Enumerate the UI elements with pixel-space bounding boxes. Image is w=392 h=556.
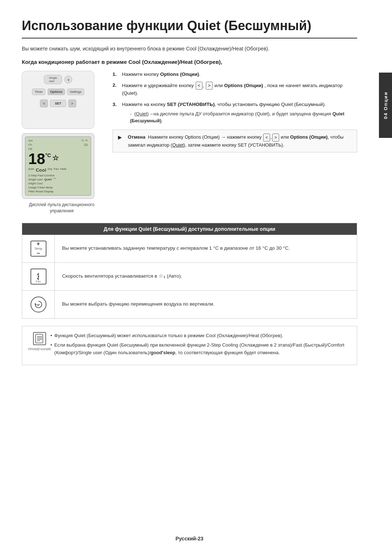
triangle-icon: ▶ — [118, 134, 122, 141]
mode-cool: Cool — [36, 167, 46, 173]
page-subtitle: Вы можете снижать шум, исходящий из внут… — [22, 46, 357, 52]
note-bullet-2: Если выбрана функция Quiet (Бесшумный) п… — [50, 342, 350, 357]
note-section: ПРИМЕЧАНИЕ Функция Quiet (Бесшумный) мож… — [22, 326, 357, 365]
feature-usage: Usage Clean Beep — [28, 186, 53, 189]
single-user-btn: Singleuser — [44, 75, 62, 84]
left-column: Singleuser ∨ Timer Options Settings < SE… — [22, 71, 102, 214]
svg-rect-5 — [36, 334, 43, 343]
arrow-right-key2: > — [272, 134, 279, 142]
steps-list: Нажмите кнопку Options (Опции). Нажмите … — [113, 71, 357, 124]
airflow-icon — [30, 297, 46, 312]
temp-icon-cell: + Temp − — [22, 235, 55, 262]
step-1: Нажмите кнопку Options (Опции). — [113, 71, 357, 78]
step-3: Нажмите на кнопку SET (УСТАНОВИТЬ), чтоб… — [113, 101, 357, 124]
step-2: Нажмите и удерживайте кнопку <, > или Op… — [113, 82, 357, 97]
temp-option-text: Вы можете устанавливать заданную темпера… — [55, 240, 357, 257]
image-caption: Дисплей пульта дистанционного управления — [22, 202, 102, 214]
options-row-airflow: Вы можете выбрать функцию перемещения во… — [22, 291, 357, 318]
options-row-temp: + Temp − Вы можете устанавливать заданну… — [22, 235, 357, 263]
display-temperature: 18 °C ☆ — [28, 151, 88, 167]
right-column: Нажмите кнопку Options (Опции). Нажмите … — [113, 71, 357, 214]
feature-dots: °°° — [53, 178, 56, 181]
chevron-down-btn: ∨ — [64, 75, 72, 83]
mode-fan: Fan — [54, 167, 59, 173]
arrow-left-key2: < — [263, 134, 270, 142]
step-3-text: Нажмите на кнопку SET (УСТАНОВИТЬ), чтоб… — [122, 101, 357, 124]
temp-unit: °C — [45, 153, 51, 158]
step-2-text: Нажмите и удерживайте кнопку <, > или Op… — [122, 82, 357, 97]
feature-quiet: Quiet — [44, 178, 52, 181]
on-label: On — [28, 143, 32, 147]
main-content: Использование функции Quiet (Бесшумный) … — [0, 0, 379, 556]
arrow-right-btn: > — [68, 99, 76, 107]
sidebar-tab: 04 Опции — [379, 73, 392, 138]
note-icon-column: ПРИМЕЧАНИЕ — [29, 332, 50, 351]
timer-btn: Timer — [32, 89, 45, 95]
airflow-option-text: Вы можете выбрать функцию перемещения во… — [55, 295, 357, 313]
settings-btn: Settings — [67, 89, 84, 95]
otmena-content: Отмена Нажмите кнопку Options (Опции) → … — [128, 134, 352, 149]
note-bullet-2-text: Если выбрана функция Quiet (Бесшумный) п… — [54, 342, 350, 357]
note-bullet-1: Функция Quiet (Бесшумный) может использо… — [50, 332, 350, 340]
options-table-header: Для функции Quiet (Бесшумный) доступны д… — [22, 223, 357, 235]
remote-display-image: Set °C °F On :20 Off 18 °C — [22, 133, 94, 199]
arrow-right-key: > — [206, 82, 213, 90]
note-svg — [34, 334, 45, 344]
airflow-svg — [33, 299, 44, 310]
page-number: Русский-23 — [176, 536, 204, 541]
fan-icon-cell: Fan — [22, 263, 55, 290]
otmena-box: ▶ Отмена Нажмите кнопку Options (Опции) … — [113, 130, 357, 153]
note-text: Функция Quiet (Бесшумный) может использо… — [50, 332, 350, 359]
sidebar-tab-label: 04 Опции — [383, 91, 388, 119]
mode-auto: Auto — [28, 167, 34, 173]
set-label: Set — [28, 139, 33, 142]
arrow-left-key: < — [196, 82, 203, 90]
fan-icon: Fan — [30, 269, 46, 285]
mode-heat: Heat — [60, 167, 66, 173]
feature-filter: Filter Reset Display — [28, 190, 53, 193]
section-heading: Когда кондиционер работает в режиме Cool… — [22, 59, 357, 65]
svg-point-2 — [38, 276, 39, 277]
feature-single: Single user — [28, 178, 43, 181]
page-title: Использование функции Quiet (Бесшумный) — [22, 18, 357, 38]
fan-option-text: Скорость вентилятора устанавливается в ☆… — [55, 267, 357, 285]
content-row: Singleuser ∨ Timer Options Settings < SE… — [22, 71, 357, 214]
temp-icon: + Temp − — [30, 241, 46, 257]
minus-sign: − — [37, 250, 40, 256]
step-1-text: Нажмите кнопку Options (Опции). — [122, 71, 357, 78]
options-btn: Options — [48, 89, 65, 95]
note-icon — [33, 332, 46, 345]
otmena-label: Отмена — [128, 134, 145, 140]
options-row-fan: Fan Скорость вентилятора устанавливается… — [22, 263, 357, 291]
mode-dry: Dry — [48, 167, 52, 173]
step-3-note: - (Quiet)→на дисплее пульта ДУ отобразит… — [130, 110, 357, 124]
note-bullet-1-text: Функция Quiet (Бесшумный) может использо… — [54, 332, 283, 340]
note-caption: ПРИМЕЧАНИЕ — [28, 347, 51, 351]
arrow-left-btn: < — [40, 99, 48, 107]
time-label: :20 — [83, 143, 88, 147]
temp-unit-top: °C °F — [81, 139, 88, 142]
remote-top-image: Singleuser ∨ Timer Options Settings < SE… — [22, 71, 94, 129]
plus-sign: + — [37, 241, 40, 247]
set-btn: SET — [50, 100, 66, 107]
airflow-icon-cell — [22, 291, 55, 318]
display-screen: Set °C °F On :20 Off 18 °C — [25, 136, 91, 196]
feature-2step: 2-Step Fast Comfort — [28, 174, 54, 177]
options-table: Для функции Quiet (Бесшумный) доступны д… — [22, 223, 357, 319]
feature-dlight: d'light Cool — [28, 182, 42, 185]
